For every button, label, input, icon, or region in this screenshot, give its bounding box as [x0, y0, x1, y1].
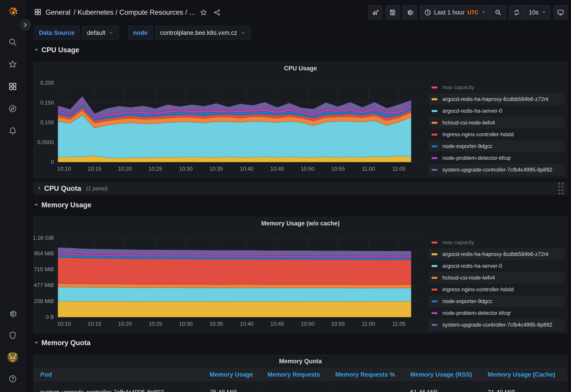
table-cell: 75.48 MiB — [203, 382, 261, 392]
monitor-icon — [557, 9, 564, 16]
legend-item[interactable]: node-exporter-9dgcc — [429, 140, 565, 152]
table-column-header[interactable]: Memory Usage — [203, 371, 261, 378]
legend-label: max capacity — [443, 84, 474, 91]
panel-cpu-usage: CPU Usage 00.05000.1000.1500.20010:1010:… — [33, 62, 568, 178]
cpu-usage-legend: max capacityargocd-redis-ha-haproxy-6cdb… — [429, 82, 565, 176]
refresh-interval-select[interactable]: 10s — [524, 5, 550, 19]
user-avatar — [7, 352, 18, 362]
sidebar-item-help[interactable] — [6, 372, 19, 386]
star-dashboard-button[interactable] — [199, 7, 209, 17]
panel-title[interactable]: Memory Quota — [33, 355, 567, 367]
table-column-header[interactable]: Pod — [33, 371, 203, 378]
cycle-view-mode-button[interactable] — [553, 5, 568, 20]
legend-item[interactable]: node-problem-detector-kfcqr — [429, 307, 565, 319]
dashboard-icon — [34, 8, 42, 17]
time-range-button[interactable]: Last 1 hour UTC — [420, 5, 490, 19]
panel-title[interactable]: Memory Usage (w/o cache) — [33, 217, 567, 230]
save-dashboard-button[interactable] — [385, 5, 400, 20]
sidebar-item-explore[interactable] — [6, 102, 19, 115]
timezone-label: UTC — [467, 9, 478, 16]
legend-label: node-exporter-9dgcc — [443, 143, 492, 149]
breadcrumb-dashboard[interactable]: / Kubernetes / Compute Resources / ... — [73, 8, 195, 16]
row-title: Memory Quota — [42, 339, 91, 347]
legend-item[interactable]: argocd-redis-ha-server-0 — [429, 260, 565, 272]
legend-label: hcloud-csi-node-lwfx4 — [443, 275, 495, 281]
chevron-right-icon — [36, 185, 42, 192]
sidebar-item-configuration[interactable] — [6, 307, 19, 321]
table-column-header[interactable]: Memory Requests — [261, 371, 328, 378]
legend-item[interactable]: node-problem-detector-kfcqr — [429, 152, 565, 164]
refresh-group: 10s — [509, 5, 551, 20]
legend-item[interactable]: ingress-nginx-controller-hdxld — [429, 284, 565, 295]
table-cell: - — [328, 382, 403, 392]
grafana-logo-icon[interactable] — [6, 6, 19, 19]
row-memory-usage[interactable]: Memory Usage — [33, 200, 568, 210]
table-column-header[interactable]: Memory Usage (Cache) — [481, 371, 567, 378]
template-variables-row: Data Source default node controlplane.be… — [26, 25, 571, 40]
shield-icon — [8, 331, 17, 340]
legend-item[interactable]: system-upgrade-controller-7cfb4c4995-8p8… — [429, 319, 565, 331]
sidebar-item-server-admin[interactable] — [6, 329, 19, 342]
svg-text:238 MiB: 238 MiB — [34, 298, 54, 304]
legend-label: node-problem-detector-kfcqr — [443, 310, 511, 316]
legend-item[interactable]: ingress-nginx-controller-hdxld — [429, 128, 565, 140]
zoom-out-time-button[interactable] — [490, 5, 506, 19]
datasource-variable-select[interactable]: default — [82, 26, 119, 40]
panel-title[interactable]: CPU Usage — [33, 62, 567, 75]
clock-icon — [424, 9, 431, 16]
node-variable-select[interactable]: controlplane.bee.k8s.vxm.cz — [155, 26, 251, 40]
sidebar-item-starred[interactable] — [6, 57, 19, 71]
svg-text:1.16 GiB: 1.16 GiB — [33, 235, 54, 241]
refresh-icon — [513, 9, 520, 16]
svg-text:11:00: 11:00 — [362, 321, 375, 327]
legend-item[interactable]: max capacity — [429, 82, 565, 93]
row-title: CPU Quota — [44, 184, 81, 193]
svg-text:11:05: 11:05 — [392, 166, 405, 172]
sidebar-item-search[interactable] — [6, 35, 19, 49]
legend-label: argocd-redis-ha-haproxy-6cdbb584b6-z72nt — [443, 251, 548, 257]
row-cpu-quota[interactable]: CPU Quota (1 panel) — [33, 182, 568, 195]
share-dashboard-button[interactable] — [212, 7, 222, 17]
legend-item[interactable]: system-upgrade-controller-7cfb4c4995-8p8… — [429, 164, 565, 176]
row-cpu-usage[interactable]: CPU Usage — [33, 45, 568, 55]
svg-text:0: 0 — [51, 159, 54, 165]
svg-text:10:15: 10:15 — [88, 166, 101, 172]
refresh-button[interactable] — [509, 5, 524, 19]
sidebar-expand-button[interactable] — [19, 19, 31, 31]
legend-item[interactable]: node-exporter-9dgcc — [429, 295, 565, 307]
sidebar-item-alerting[interactable] — [6, 124, 19, 138]
chevron-right-icon — [23, 22, 28, 28]
svg-text:0.0500: 0.0500 — [37, 139, 54, 145]
legend-item[interactable]: argocd-redis-ha-server-0 — [429, 105, 565, 117]
dashboards-grid-icon — [8, 82, 17, 91]
legend-swatch — [431, 145, 437, 147]
legend-label: system-upgrade-controller-7cfb4c4995-8p8… — [443, 322, 552, 328]
dashboard-settings-button[interactable] — [402, 5, 417, 20]
row-panel-count: (1 panel) — [86, 185, 108, 192]
breadcrumb-folder[interactable]: General — [45, 8, 71, 16]
svg-text:0.100: 0.100 — [40, 119, 54, 125]
compass-icon — [8, 104, 17, 113]
legend-item[interactable]: argocd-redis-ha-haproxy-6cdbb584b6-z72nt — [429, 93, 565, 105]
add-panel-button[interactable] — [368, 5, 383, 20]
legend-swatch — [431, 98, 437, 100]
row-memory-quota[interactable]: Memory Quota — [33, 338, 568, 348]
legend-item[interactable]: argocd-redis-ha-haproxy-6cdbb584b6-z72nt — [429, 248, 565, 260]
drag-handle[interactable] — [558, 182, 564, 195]
svg-text:10:40: 10:40 — [240, 166, 254, 172]
bell-icon — [8, 126, 17, 135]
sidebar-item-profile[interactable] — [6, 350, 19, 364]
legend-label: max capacity — [443, 239, 474, 246]
time-range-label: Last 1 hour — [434, 9, 465, 16]
table-column-header[interactable]: Memory Usage (RSS) — [403, 371, 481, 378]
table-column-header[interactable]: Memory Requests % — [328, 371, 403, 378]
legend-item[interactable]: max capacity — [429, 237, 565, 248]
memory-usage-legend: max capacityargocd-redis-ha-haproxy-6cdb… — [429, 237, 565, 331]
legend-item[interactable]: hcloud-csi-node-lwfx4 — [429, 117, 565, 128]
table-cell: 31.49 MiB — [481, 382, 567, 392]
svg-text:10:45: 10:45 — [270, 321, 284, 327]
sidebar-item-dashboards[interactable] — [6, 80, 19, 93]
legend-swatch — [431, 110, 437, 112]
legend-item[interactable]: hcloud-csi-node-lwfx4 — [429, 272, 565, 284]
add-panel-icon — [372, 9, 379, 16]
